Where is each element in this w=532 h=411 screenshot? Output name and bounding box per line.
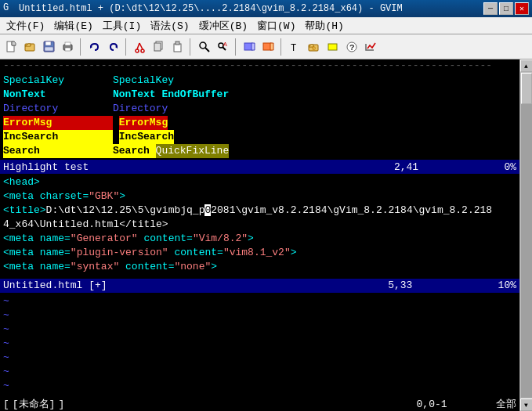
tb-open[interactable]	[22, 38, 39, 56]
hl-row-incsearch: IncSearch IncSearch	[3, 130, 516, 144]
hl-row-errormsg: ErrorMsg ErrorMsg	[3, 116, 516, 130]
tb-load-session[interactable]	[241, 38, 259, 56]
tb-filebrowser[interactable]: ⚙	[306, 38, 323, 56]
scrollbar[interactable]: ▲ ▼	[519, 59, 532, 411]
tb-redo[interactable]	[105, 38, 122, 56]
tb-copy[interactable]	[150, 38, 168, 56]
cmd-text: [未命名]	[13, 397, 56, 411]
minimize-button[interactable]: ─	[483, 2, 498, 15]
tb-new[interactable]	[3, 38, 20, 56]
tb-yellow-rect[interactable]	[324, 38, 342, 56]
hl-col2-incsearch: IncSearch	[119, 130, 174, 144]
tb-find[interactable]	[196, 38, 213, 56]
menu-help[interactable]: 帮助(H)	[300, 17, 348, 34]
menu-tools[interactable]: 工具(I)	[98, 17, 146, 34]
menu-window[interactable]: 窗口(W)	[252, 17, 300, 34]
svg-text:A: A	[223, 41, 227, 48]
html-line-7: <meta name="syntax" content="none">	[3, 260, 516, 274]
html-line-1: <head>	[3, 175, 516, 189]
menu-edit[interactable]: 编辑(E)	[49, 17, 97, 34]
hl-col1-incsearch: IncSearch	[3, 130, 113, 144]
scroll-thumb[interactable]	[521, 73, 532, 104]
tb-help[interactable]: ?	[343, 38, 360, 56]
highlight-status-line: Highlight test 2,41 0%	[0, 160, 519, 174]
tb-save[interactable]	[41, 38, 58, 56]
html-status-left: Untitled.html [+]	[3, 279, 107, 291]
cmd-right: 0,0-1 全部	[417, 397, 516, 411]
tilde-7: ~	[3, 379, 516, 393]
tb-sep3	[190, 38, 193, 56]
svg-rect-6	[45, 47, 53, 51]
tilde-2: ~	[3, 308, 516, 323]
svg-marker-1	[12, 41, 16, 45]
maximize-button[interactable]: □	[499, 2, 513, 15]
html-status-line: Untitled.html [+] 5,33 10%	[0, 279, 519, 293]
html-status-right: 5,33 10%	[388, 279, 516, 291]
menu-bar: 文件(F) 编辑(E) 工具(I) 语法(S) 缓冲区(B) 窗口(W) 帮助(…	[0, 17, 532, 34]
hl-col2-nontext: NonText EndOfBuffer	[113, 88, 229, 102]
scroll-down-arrow[interactable]: ▼	[520, 398, 533, 411]
scroll-track[interactable]	[521, 73, 532, 398]
hl-row-directory: Directory Directory	[3, 102, 516, 116]
menu-syntax[interactable]: 语法(S)	[146, 17, 194, 34]
tb-undo[interactable]	[86, 38, 103, 56]
cmd-left: [[未命名]]	[3, 397, 64, 411]
html-panel[interactable]: <head> <meta charset="GBK"> <title>D:\dt…	[0, 174, 519, 279]
svg-rect-8	[65, 42, 71, 45]
hl-status-left: Highlight test	[3, 161, 89, 173]
html-line-3: <title>D:\dt\12\12.25\5\gvimbjq_p02081\g…	[3, 204, 516, 218]
svg-rect-17	[154, 43, 161, 51]
svg-text:⚙: ⚙	[312, 45, 316, 52]
hl-col2-directory: Directory	[113, 102, 168, 116]
tb-print[interactable]	[60, 38, 77, 56]
editor-container: ----------------------------------------…	[0, 59, 532, 411]
svg-rect-19	[176, 41, 179, 45]
svg-point-20	[200, 42, 206, 49]
editor-main[interactable]: ----------------------------------------…	[0, 59, 519, 411]
command-line: [[未命名]] 0,0-1 全部	[0, 397, 519, 411]
tb-paste[interactable]	[169, 38, 186, 56]
app-icon: G	[3, 2, 16, 15]
tb-replace[interactable]: A	[215, 38, 232, 56]
svg-line-21	[205, 48, 209, 52]
tb-run-macro[interactable]: T	[287, 38, 304, 56]
tb-sep4	[235, 38, 238, 56]
hl-col2-search: Search	[113, 144, 156, 158]
hl-col1-errormsg: ErrorMsg	[3, 116, 113, 130]
menu-buffer[interactable]: 缓冲区(B)	[194, 17, 252, 34]
html-line-2: <meta charset="GBK">	[3, 189, 516, 204]
svg-marker-28	[270, 43, 273, 50]
tilde-4: ~	[3, 337, 516, 351]
tb-save-session[interactable]	[260, 38, 277, 56]
menu-file[interactable]: 文件(F)	[2, 17, 49, 34]
tilde-1: ~	[3, 294, 516, 308]
html-line-5: <meta name="Generator" content="Vim/8.2"…	[3, 232, 516, 246]
title-controls: ─ □ ✕	[483, 2, 529, 15]
tb-find2[interactable]	[362, 38, 379, 56]
svg-point-12	[136, 49, 139, 52]
hl-col1-nontext: NonText	[3, 88, 113, 102]
html-line-6: <meta name="plugin-version" content="vim…	[3, 246, 516, 260]
close-button[interactable]: ✕	[515, 2, 529, 15]
hl-row-search: Search Search QuickFixLine	[3, 144, 516, 158]
svg-point-13	[141, 49, 144, 52]
divider-line: ----------------------------------------…	[0, 59, 519, 72]
tb-cut[interactable]	[132, 38, 149, 56]
cmd-bracket-open: [	[3, 398, 9, 410]
cmd-bracket-close: ]	[58, 398, 64, 410]
svg-text:?: ?	[349, 43, 355, 52]
tilde-6: ~	[3, 365, 516, 379]
title-bar: G Untitled.html + (D:\dt\12\12.25\....2.…	[0, 0, 532, 17]
hl-col2-incsearch-space	[113, 130, 119, 144]
toolbar: A T ⚙ ?	[0, 34, 532, 59]
tilde-3: ~	[3, 323, 516, 337]
hl-status-right: 2,41 0%	[394, 161, 516, 173]
svg-rect-5	[45, 41, 51, 45]
hl-col1-search: Search	[3, 144, 113, 158]
scroll-up-arrow[interactable]: ▲	[520, 59, 533, 72]
svg-line-14	[137, 43, 139, 49]
tilde-panel: ~ ~ ~ ~ ~ ~ ~	[0, 293, 519, 398]
hl-col2-specialkey: SpecialKey	[113, 74, 174, 88]
html-line-4: 4_x64\Untitled.html</title>	[3, 218, 516, 232]
tb-sep2	[125, 38, 128, 56]
